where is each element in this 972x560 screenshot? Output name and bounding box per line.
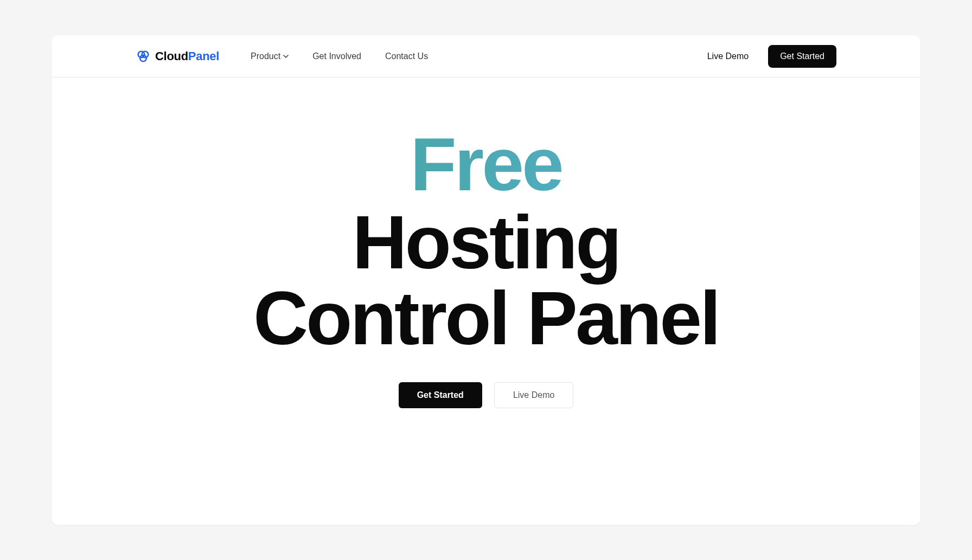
get-started-button[interactable]: Get Started — [768, 45, 836, 68]
brand-logo[interactable]: CloudPanel — [136, 49, 219, 64]
page-container: CloudPanel Product Get Involved Contact … — [52, 35, 920, 525]
nav-item-label: Contact Us — [385, 52, 428, 61]
hero-line-2: Control Panel — [52, 280, 920, 356]
brand-name-part2: Panel — [188, 49, 219, 63]
hero-section: Free Hosting Control Panel Get Started L… — [52, 78, 920, 408]
hero-live-demo-button[interactable]: Live Demo — [494, 382, 573, 408]
hero-highlight: Free — [52, 126, 920, 202]
nav-item-label: Get Involved — [312, 52, 361, 61]
hero-line-1: Hosting — [52, 204, 920, 280]
brand-name: CloudPanel — [155, 49, 219, 63]
nav-item-contact-us[interactable]: Contact Us — [385, 52, 428, 61]
live-demo-link[interactable]: Live Demo — [707, 52, 749, 61]
brand-name-part1: Cloud — [155, 49, 188, 63]
nav-right: Live Demo Get Started — [707, 45, 836, 68]
nav-item-product[interactable]: Product — [251, 52, 289, 61]
chevron-down-icon — [283, 55, 289, 58]
nav-item-get-involved[interactable]: Get Involved — [312, 52, 361, 61]
hero-actions: Get Started Live Demo — [52, 382, 920, 408]
cloud-logo-icon — [136, 49, 151, 64]
hero-title: Free Hosting Control Panel — [52, 126, 920, 356]
nav-links: Product Get Involved Contact Us — [251, 52, 428, 61]
top-nav: CloudPanel Product Get Involved Contact … — [52, 35, 920, 78]
nav-item-label: Product — [251, 52, 280, 61]
hero-get-started-button[interactable]: Get Started — [399, 382, 482, 408]
